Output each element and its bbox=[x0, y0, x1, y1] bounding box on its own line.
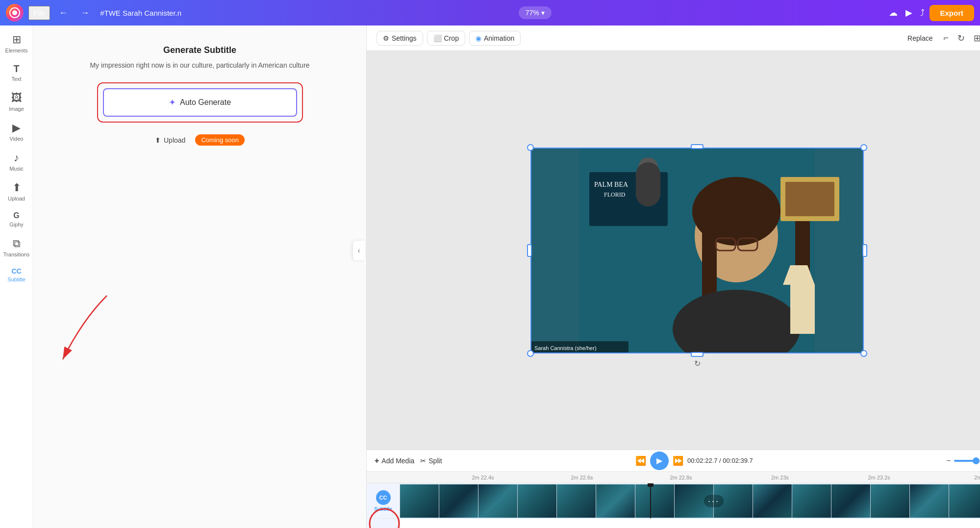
settings-button[interactable]: ⚙ Settings bbox=[377, 31, 423, 46]
video-content: PALM BEA FLORID bbox=[530, 148, 864, 353]
subtitle-track-icon[interactable]: CC bbox=[376, 490, 391, 505]
collapse-panel-button[interactable]: ‹ bbox=[353, 241, 365, 260]
share-icon[interactable]: ⤴ bbox=[920, 8, 925, 18]
undo-button[interactable]: ← bbox=[55, 6, 72, 20]
logo[interactable] bbox=[6, 4, 24, 22]
thumb-2 bbox=[439, 484, 478, 518]
svg-text:FLORID: FLORID bbox=[604, 191, 626, 198]
svg-rect-20 bbox=[785, 182, 834, 216]
sidebar-image-label: Image bbox=[9, 106, 24, 112]
zoom-out-button[interactable]: − bbox=[946, 456, 951, 465]
resize-handle-bm[interactable] bbox=[691, 352, 704, 357]
sidebar-video-label: Video bbox=[10, 136, 24, 142]
crop-icon: ⬜ bbox=[433, 34, 442, 42]
sidebar-text-label: Text bbox=[11, 76, 21, 82]
resize-handle-tm[interactable] bbox=[691, 144, 704, 149]
sidebar-item-music[interactable]: ♪ Music bbox=[2, 148, 31, 176]
sparkle-icon: ✦ bbox=[169, 97, 176, 108]
music-icon: ♪ bbox=[14, 151, 19, 164]
sidebar-subtitle-label: Subtitle bbox=[7, 277, 25, 282]
resize-handle-rm[interactable] bbox=[862, 244, 867, 257]
sidebar: ⊞ Elements T Text 🖼 Image ▶ Video ♪ Musi… bbox=[0, 25, 33, 528]
sidebar-transitions-label: Transitions bbox=[3, 251, 29, 257]
rotate-handle[interactable]: ↻ bbox=[694, 359, 701, 368]
thumb-11 bbox=[792, 484, 831, 518]
thumb-13 bbox=[871, 484, 910, 518]
video-frame: PALM BEA FLORID bbox=[530, 148, 864, 353]
crop-button[interactable]: ⬜ Crop bbox=[427, 31, 465, 46]
resize-handle-lm[interactable] bbox=[527, 244, 532, 257]
track-content: ··· bbox=[400, 483, 980, 528]
subtitle-track-text: Subtitle bbox=[374, 506, 392, 512]
corner-radius-button[interactable]: ⌐ bbox=[941, 31, 951, 45]
thumb-14 bbox=[910, 484, 949, 518]
text-icon: T bbox=[13, 63, 19, 75]
sidebar-item-transitions[interactable]: ⧉ Transitions bbox=[2, 233, 31, 261]
thumb-5 bbox=[557, 484, 596, 518]
rotate-button[interactable]: ↻ bbox=[955, 31, 967, 46]
sidebar-item-subtitle[interactable]: CC Subtitle bbox=[2, 263, 31, 286]
settings-icon: ⚙ bbox=[383, 34, 389, 42]
resize-handle-tl[interactable] bbox=[527, 144, 534, 151]
animation-button[interactable]: ◉ Animation bbox=[469, 31, 521, 46]
sidebar-item-text[interactable]: T Text bbox=[2, 59, 31, 86]
rewind-button[interactable]: ⏪ bbox=[635, 455, 646, 466]
sidebar-item-giphy[interactable]: G Giphy bbox=[2, 207, 31, 231]
sidebar-item-upload[interactable]: ⬆ Upload bbox=[2, 177, 31, 205]
add-media-button[interactable]: + Add Media bbox=[375, 456, 414, 465]
thumb-1 bbox=[400, 484, 439, 518]
svg-text:PALM BEA: PALM BEA bbox=[594, 181, 628, 188]
track-labels: CC Subtitle bbox=[367, 483, 400, 528]
zoom-controls: − + ↔ ▾ bbox=[946, 455, 980, 466]
play-preview-icon[interactable]: ▶ bbox=[905, 7, 912, 18]
upload-label: Upload bbox=[164, 136, 185, 144]
redo-button[interactable]: → bbox=[76, 6, 93, 20]
upload-button[interactable]: ⬆ Upload bbox=[155, 136, 185, 144]
zoom-control[interactable]: 77% ▾ bbox=[519, 6, 552, 19]
resize-handle-tr[interactable] bbox=[860, 144, 867, 151]
settings-label: Settings bbox=[392, 34, 417, 42]
resize-handle-br[interactable] bbox=[860, 350, 867, 357]
svg-rect-21 bbox=[790, 285, 815, 334]
thumb-15 bbox=[949, 484, 980, 518]
ruler-mark-2: 2m 22.8s bbox=[631, 475, 730, 480]
thumb-3 bbox=[478, 484, 518, 518]
sidebar-giphy-label: Giphy bbox=[9, 222, 24, 227]
arrow-svg bbox=[53, 291, 117, 369]
export-button[interactable]: Export bbox=[930, 5, 975, 21]
file-menu-button[interactable]: File bbox=[28, 6, 50, 20]
thumb-4 bbox=[518, 484, 557, 518]
timeline-tracks: CC Subtitle bbox=[367, 483, 980, 528]
coming-soon-badge: Coming soon bbox=[195, 134, 245, 146]
add-media-label: Add Media bbox=[381, 457, 414, 465]
split-button[interactable]: ✂ Split bbox=[420, 457, 442, 465]
play-button[interactable]: ▶ bbox=[650, 452, 669, 470]
animation-label: Animation bbox=[484, 34, 514, 42]
zoom-slider[interactable] bbox=[954, 460, 980, 462]
current-time: 00:02:22.7 bbox=[687, 457, 717, 464]
generate-subtitle-title: Generate Subtitle bbox=[163, 45, 236, 55]
svg-rect-10 bbox=[636, 162, 660, 206]
subtitle-track-label: CC Subtitle bbox=[367, 483, 400, 519]
scissors-icon: ✂ bbox=[420, 457, 426, 465]
animation-icon: ◉ bbox=[476, 34, 481, 42]
resize-handle-bl[interactable] bbox=[527, 350, 534, 357]
preview-toolbar: ⚙ Settings ⬜ Crop ◉ Animation Replace ⌐ … bbox=[367, 25, 980, 51]
timeline-content: 2m 22.4s 2m 22.6s 2m 22.8s 2m 23s 2m 23.… bbox=[367, 472, 980, 528]
plus-icon: + bbox=[375, 456, 379, 465]
sidebar-item-image[interactable]: 🖼 Image bbox=[2, 88, 31, 116]
sidebar-elements-label: Elements bbox=[5, 48, 28, 53]
ruler-mark-5: 2m bbox=[929, 475, 980, 480]
auto-generate-button[interactable]: ✦ Auto Generate bbox=[103, 88, 297, 117]
replace-button[interactable]: Replace bbox=[904, 32, 936, 44]
subtitle-icon: CC bbox=[11, 267, 21, 275]
checkerboard-button[interactable]: ⊞ bbox=[972, 31, 980, 46]
sidebar-item-video[interactable]: ▶ Video bbox=[2, 118, 31, 146]
more-options-dots[interactable]: ··· bbox=[704, 495, 724, 507]
ruler-mark-0: 2m 22.4s bbox=[433, 475, 532, 480]
image-icon: 🖼 bbox=[11, 92, 22, 104]
thumb-12 bbox=[831, 484, 871, 518]
sidebar-item-elements[interactable]: ⊞ Elements bbox=[2, 29, 31, 57]
forward-button[interactable]: ⏩ bbox=[673, 455, 683, 466]
cloud-icon[interactable]: ☁ bbox=[889, 7, 898, 18]
